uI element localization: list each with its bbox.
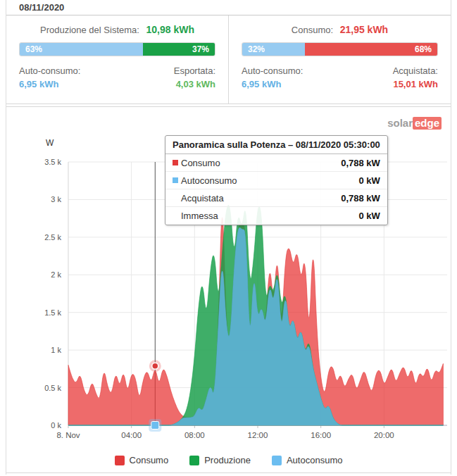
production-bar-selfuse-segment: 63% (20, 43, 143, 56)
consumption-bar-right-pct: 68% (415, 44, 432, 54)
production-title-label: Produzione del Sistema: (40, 25, 139, 35)
tooltip-row-immessa: Immessa 0 kW (165, 207, 387, 225)
tooltip-acquistata-value: 0,788 kW (341, 193, 380, 203)
svg-text:2.5 k: 2.5 k (44, 233, 61, 242)
tooltip-row-acquistata: Acquistata 0,788 kW (165, 189, 387, 207)
produzione-legend-swatch-icon (189, 456, 199, 465)
legend-item-produzione[interactable]: Produzione (189, 455, 251, 465)
date-label: 08/11/2020 (19, 2, 64, 13)
consumption-bar-purchased-segment: 68% (305, 43, 437, 56)
production-bar-left-pct: 63% (25, 44, 42, 54)
tooltip-acquistata-label: Acquistata (181, 193, 224, 203)
production-value: 10,98 kWh (146, 24, 194, 35)
svg-text:20:00: 20:00 (374, 431, 394, 439)
consumption-selfuse-stat: Auto-consumo: 6,95 kWh (242, 64, 303, 91)
production-export-value: 4,03 kWh (176, 79, 215, 89)
svg-text:0 k: 0 k (51, 421, 61, 430)
tooltip-immessa-value: 0 kW (359, 211, 380, 221)
svg-text:12:00: 12:00 (248, 431, 268, 439)
production-export-label: Esportata: (174, 64, 215, 77)
consumption-ratio-bar: 32% 68% (242, 42, 438, 56)
consumption-purchased-stat: Acquistata: 15,01 kWh (393, 64, 438, 91)
consumption-value: 21,95 kWh (340, 24, 388, 35)
svg-text:3.5 k: 3.5 k (44, 158, 61, 166)
legend-item-consumo[interactable]: Consumo (115, 455, 169, 465)
tooltip-title: Panoramica sulla Potenza – 08/11/2020 05… (165, 136, 387, 154)
consumo-swatch-icon (173, 160, 178, 165)
consumption-purchased-value: 15,01 kWh (393, 79, 438, 89)
tooltip-consumo-label: Consumo (181, 158, 220, 168)
production-ratio-bar: 63% 37% (19, 42, 215, 56)
summary-cards: Produzione del Sistema: 10,98 kWh 63% 37… (6, 15, 451, 104)
consumption-bar-left-pct: 32% (248, 44, 265, 54)
date-header: 08/11/2020 (6, 0, 451, 15)
production-selfuse-value: 6,95 kWh (19, 79, 58, 89)
tooltip-consumo-value: 0,788 kW (341, 158, 380, 168)
production-title: Produzione del Sistema: 10,98 kWh (19, 21, 215, 42)
consumption-title: Consumo: 21,95 kWh (242, 21, 438, 42)
tooltip-immessa-label: Immessa (181, 211, 218, 221)
svg-text:16:00: 16:00 (311, 431, 331, 439)
consumption-selfuse-value: 6,95 kWh (242, 79, 281, 89)
legend-autoconsumo-label: Autoconsumo (287, 455, 343, 465)
consumo-legend-swatch-icon (115, 456, 125, 465)
autoconsumo-legend-swatch-icon (272, 456, 282, 465)
tooltip-autoconsumo-value: 0 kW (359, 175, 380, 186)
svg-text:0.5 k: 0.5 k (44, 384, 61, 392)
consumption-card: Consumo: 21,95 kWh 32% 68% Auto-consumo:… (228, 15, 451, 104)
legend-produzione-label: Produzione (204, 455, 251, 465)
legend-item-autoconsumo[interactable]: Autoconsumo (272, 455, 343, 465)
autoconsumo-swatch-icon (173, 177, 178, 183)
svg-text:8. Nov: 8. Nov (56, 431, 80, 439)
production-bar-right-pct: 37% (192, 44, 209, 54)
production-bar-export-segment: 37% (143, 43, 215, 56)
dashboard: 08/11/2020 Produzione del Sistema: 10,98… (6, 0, 451, 475)
production-export-stat: Esportata: 4,03 kWh (174, 64, 215, 91)
svg-text:1 k: 1 k (51, 346, 61, 354)
consumption-bar-selfuse-segment: 32% (242, 43, 305, 56)
tooltip-row-autoconsumo: Autoconsumo 0 kW (165, 172, 387, 189)
svg-text:1.5 k: 1.5 k (44, 308, 61, 317)
chart-tooltip: Panoramica sulla Potenza – 08/11/2020 05… (165, 135, 388, 225)
svg-text:3 k: 3 k (51, 195, 61, 203)
production-card: Produzione del Sistema: 10,98 kWh 63% 37… (6, 15, 228, 104)
svg-text:08:00: 08:00 (184, 431, 205, 439)
tooltip-autoconsumo-label: Autoconsumo (181, 175, 237, 186)
consumption-purchased-label: Acquistata: (393, 64, 438, 77)
tooltip-row-consumo: Consumo 0,788 kW (165, 154, 387, 172)
legend-consumo-label: Consumo (130, 455, 169, 465)
production-selfuse-stat: Auto-consumo: 6,95 kWh (19, 64, 80, 91)
svg-text:04:00: 04:00 (121, 431, 142, 439)
chart-legend: Consumo Produzione Autoconsumo (6, 455, 451, 465)
power-chart-panel: solaredge W 3.5 k3 k2.5 k2 k1.5 k1 k0.5 … (6, 106, 451, 473)
consumption-selfuse-label: Auto-consumo: (242, 64, 303, 77)
production-selfuse-label: Auto-consumo: (19, 64, 80, 77)
consumption-title-label: Consumo: (292, 25, 333, 35)
svg-text:2 k: 2 k (51, 270, 61, 279)
